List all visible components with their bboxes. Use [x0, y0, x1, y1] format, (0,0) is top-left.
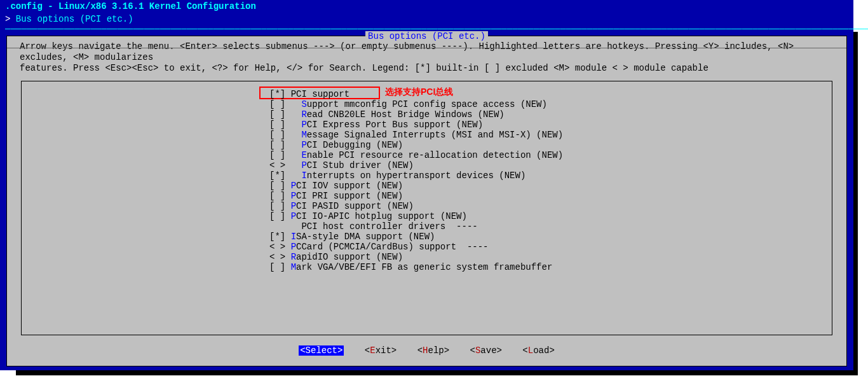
help-button[interactable]: <Help> — [417, 345, 449, 356]
menu-item-10[interactable]: [ ] PCI PRI support (NEW) — [269, 191, 825, 201]
menu-item-13[interactable]: PCI host controller drivers ---- — [269, 221, 825, 232]
button-row: <Select> <Exit> <Help> <Save> <Load> — [7, 342, 846, 358]
menu-item-14[interactable]: [*] ISA-style DMA support (NEW) — [269, 232, 825, 242]
panel-title: Bus options (PCI etc.) — [365, 31, 488, 41]
config-title: .config - Linux/x86 3.16.1 Kernel Config… — [0, 0, 853, 13]
menu-item-16[interactable]: < > RapidIO support (NEW) — [269, 252, 825, 262]
menu-item-12[interactable]: [ ] PCI IO-APIC hotplug support (NEW) — [269, 211, 825, 221]
menu-item-11[interactable]: [ ] PCI PASID support (NEW) — [269, 201, 825, 211]
select-button[interactable]: <Select> — [299, 345, 344, 356]
menu-item-5[interactable]: [ ] PCI Debugging (NEW) — [269, 140, 825, 150]
menu-item-1[interactable]: [ ] Support mmconfig PCI config space ac… — [269, 99, 825, 109]
menu-item-4[interactable]: [ ] Message Signaled Interrupts (MSI and… — [269, 130, 825, 140]
help-text: Arrow keys navigate the menu. <Enter> se… — [7, 36, 846, 81]
menu-box: 选择支持PCI总线 [*] PCI support[ ] Support mmc… — [21, 81, 832, 335]
menu-item-9[interactable]: [ ] PCI IOV support (NEW) — [269, 181, 825, 191]
menu-item-15[interactable]: < > PCCard (PCMCIA/CardBus) support ---- — [269, 242, 825, 252]
save-button[interactable]: <Save> — [470, 345, 502, 356]
menu-item-2[interactable]: [ ] Read CNB20LE Host Bridge Windows (NE… — [269, 109, 825, 120]
menu-item-0[interactable]: [*] PCI support — [269, 89, 825, 99]
menu-list[interactable]: [*] PCI support[ ] Support mmconfig PCI … — [269, 89, 825, 272]
menu-item-7[interactable]: < > PCI Stub driver (NEW) — [269, 160, 825, 171]
menu-item-6[interactable]: [ ] Enable PCI resource re-allocation de… — [269, 150, 825, 160]
menu-item-8[interactable]: [*] Interrupts on hypertransport devices… — [269, 171, 825, 181]
main-panel: Bus options (PCI etc.) Arrow keys naviga… — [6, 36, 847, 366]
exit-button[interactable]: <Exit> — [365, 345, 397, 356]
menu-item-17[interactable]: [ ] Mark VGA/VBE/EFI FB as generic syste… — [269, 262, 825, 272]
menu-item-3[interactable]: [ ] PCI Express Port Bus support (NEW) — [269, 120, 825, 130]
load-button[interactable]: <Load> — [522, 345, 554, 356]
